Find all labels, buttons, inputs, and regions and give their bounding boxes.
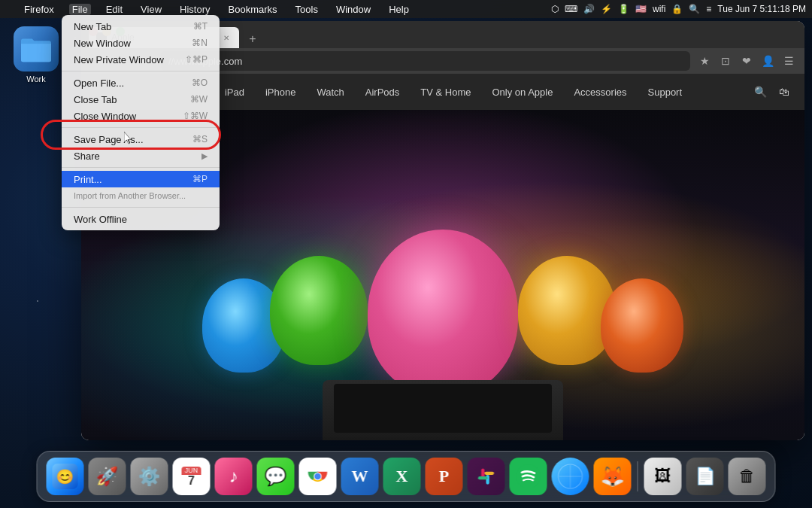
reader-icon[interactable]: ⊡ <box>717 53 734 69</box>
memoji-center-pink <box>368 230 518 395</box>
menu-new-tab-label: New Tab <box>74 21 111 32</box>
menu-import-browser[interactable]: Import from Another Browser... <box>62 187 220 204</box>
lock-icon[interactable]: 🔒 <box>671 4 683 14</box>
memoji-gold <box>518 256 616 365</box>
battery-icon[interactable]: 🔋 <box>618 4 629 14</box>
dock-messages[interactable]: 💬 <box>257 458 295 495</box>
folder-label: Work <box>26 75 45 84</box>
dock-system-settings[interactable]: ⚙️ <box>131 458 168 495</box>
menu-new-private-window[interactable]: New Private Window ⇧⌘P <box>62 51 220 68</box>
menubar-file[interactable]: File <box>69 4 91 15</box>
nav-bag-icon[interactable]: 🛍 <box>779 86 789 98</box>
dock-slack[interactable] <box>468 458 505 495</box>
menubar-edit[interactable]: Edit <box>103 4 126 15</box>
menu-print[interactable]: Print... ⌘P <box>62 171 220 187</box>
folder-icon <box>14 26 59 71</box>
menubar-app-name[interactable]: Firefox <box>21 4 57 15</box>
dock-trash[interactable]: 🗑 <box>729 458 766 495</box>
nav-watch[interactable]: Watch <box>317 87 344 98</box>
laptop <box>323 380 563 440</box>
toolbar-icons: ★ ⊡ ❤ 👤 ☰ <box>696 53 797 69</box>
menu-save-page-shortcut: ⌘S <box>192 134 208 144</box>
menu-new-tab[interactable]: New Tab ⌘T <box>62 18 220 35</box>
menu-close-tab-label: Close Tab <box>74 94 117 105</box>
svg-point-5 <box>314 473 321 480</box>
svg-rect-9 <box>484 472 494 475</box>
menu-save-page[interactable]: Save Page As... ⌘S <box>62 131 220 148</box>
clock: Tue Jun 7 5:11:18 PM <box>717 4 806 14</box>
nav-ipad[interactable]: iPad <box>225 87 244 98</box>
dock-chrome[interactable] <box>299 458 337 495</box>
svg-rect-8 <box>478 476 488 479</box>
svg-rect-7 <box>486 475 489 485</box>
menubar-left: Firefox File Edit View History Bookmarks… <box>6 4 412 15</box>
pocket-icon[interactable]: ❤ <box>738 53 755 69</box>
menu-import-label: Import from Another Browser... <box>74 191 186 200</box>
menu-new-private-label: New Private Window <box>74 54 164 65</box>
bluetooth-icon[interactable]: ⚡ <box>601 4 612 14</box>
dock-launchpad[interactable]: 🚀 <box>89 458 126 495</box>
profile-icon[interactable]: 👤 <box>759 53 776 69</box>
menu-print-shortcut: ⌘P <box>192 174 208 184</box>
search-icon[interactable]: 🔍 <box>689 4 700 14</box>
nav-tv-home[interactable]: TV & Home <box>420 87 471 98</box>
dock-files[interactable]: 📄 <box>686 458 724 495</box>
menu-work-offline[interactable]: Work Offline <box>62 211 220 227</box>
dock-divider <box>638 461 638 491</box>
tab-close-button[interactable]: ✕ <box>221 32 232 43</box>
memoji-green <box>270 256 368 365</box>
dock-finder[interactable]: 😊 <box>47 458 84 495</box>
notification-icon[interactable]: ≡ <box>706 4 711 14</box>
dock-music[interactable]: ♪ <box>215 458 253 495</box>
dock-spotify[interactable] <box>510 458 547 495</box>
volume-icon[interactable]: 🔊 <box>583 4 595 14</box>
keyboard-icon[interactable]: ⌨ <box>565 4 577 14</box>
dock-calendar[interactable]: JUN 7 <box>173 458 211 495</box>
dock-preview[interactable]: 🖼 <box>644 458 682 495</box>
dock-excel[interactable]: X <box>383 458 421 495</box>
menu-new-window-shortcut: ⌘N <box>192 38 208 48</box>
menu-close-tab[interactable]: Close Tab ⌘W <box>62 91 220 108</box>
desktop: Firefox File Edit View History Bookmarks… <box>0 0 812 508</box>
menu-new-window[interactable]: New Window ⌘N <box>62 35 220 51</box>
menu-open-file-shortcut: ⌘O <box>192 78 208 88</box>
memoji-orange <box>601 278 683 373</box>
dock-word[interactable]: W <box>341 458 379 495</box>
nav-accessories[interactable]: Accessories <box>574 87 626 98</box>
menu-open-file[interactable]: Open File... ⌘O <box>62 75 220 91</box>
menu-work-offline-label: Work Offline <box>74 214 127 225</box>
wifi-icon[interactable]: wifi <box>653 4 665 14</box>
dock: 😊 🚀 ⚙️ JUN 7 ♪ 💬 <box>37 451 776 502</box>
menu-section-3: Save Page As... ⌘S Share ▶ <box>62 128 220 168</box>
nav-iphone[interactable]: iPhone <box>265 87 295 98</box>
nav-only-apple[interactable]: Only on Apple <box>492 87 553 98</box>
nav-search-icon[interactable]: 🔍 <box>754 86 767 98</box>
menubar-bookmarks[interactable]: Bookmarks <box>226 4 280 15</box>
dropbox-icon[interactable]: ⬡ <box>551 4 559 14</box>
menubar-window[interactable]: Window <box>333 4 374 15</box>
menu-section-2: Open File... ⌘O Close Tab ⌘W Close Windo… <box>62 71 220 128</box>
laptop-screen <box>334 384 552 433</box>
menu-close-tab-shortcut: ⌘W <box>190 94 208 105</box>
dock-safari[interactable] <box>552 458 589 495</box>
menubar-view[interactable]: View <box>138 4 165 15</box>
dock-firefox[interactable]: 🦊 <box>594 458 632 495</box>
menu-print-label: Print... <box>74 174 102 185</box>
menubar-help[interactable]: Help <box>386 4 412 15</box>
nav-support[interactable]: Support <box>648 87 683 98</box>
bookmark-star-icon[interactable]: ★ <box>696 53 713 69</box>
menubar-history[interactable]: History <box>177 4 213 15</box>
nav-airpods[interactable]: AirPods <box>365 87 400 98</box>
menu-save-page-label: Save Page As... <box>74 134 144 145</box>
flag-icon[interactable]: 🇺🇸 <box>635 4 647 14</box>
new-tab-button[interactable]: + <box>244 30 262 48</box>
dock-powerpoint[interactable]: P <box>426 458 463 495</box>
menu-section-4: Print... ⌘P Import from Another Browser.… <box>62 168 220 208</box>
menubar-tools[interactable]: Tools <box>292 4 321 15</box>
url-bar[interactable]: //www.apple.com <box>161 51 690 71</box>
menu-close-window[interactable]: Close Window ⇧⌘W <box>62 108 220 124</box>
menu-icon[interactable]: ☰ <box>780 53 797 69</box>
menu-section-1: New Tab ⌘T New Window ⌘N New Private Win… <box>62 15 220 71</box>
menu-share[interactable]: Share ▶ <box>62 148 220 164</box>
work-folder-icon[interactable]: Work <box>14 26 59 84</box>
